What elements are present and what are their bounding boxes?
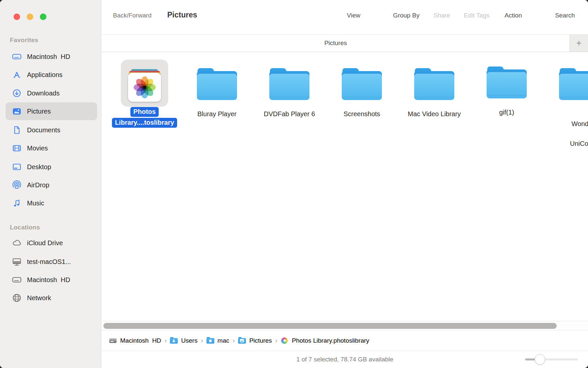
sidebar-item-label: Downloads bbox=[27, 90, 60, 97]
file-label-selected: Photos Library....toslibrary bbox=[112, 107, 177, 128]
folder-icon bbox=[342, 68, 382, 100]
sidebar-item-macintosh-hd[interactable]: Macintosh HD bbox=[6, 48, 97, 66]
breadcrumb-users[interactable]: Users bbox=[170, 337, 198, 345]
sidebar-item-label: Macintosh HD bbox=[27, 276, 70, 284]
sidebar-section-favorites: Favorites bbox=[10, 37, 38, 44]
sidebar-item-documents[interactable]: Documents bbox=[6, 121, 97, 139]
back-forward-button[interactable]: Back/Forward bbox=[113, 12, 151, 19]
new-tab-button[interactable]: + bbox=[570, 35, 588, 52]
sidebar-item-label: iCloud Drive bbox=[27, 239, 63, 247]
sidebar-item-applications[interactable]: Applications bbox=[6, 66, 97, 84]
edit-tags-button: Edit Tags bbox=[464, 12, 490, 19]
icon-size-slider[interactable] bbox=[525, 358, 578, 360]
pictures-icon bbox=[11, 106, 22, 117]
sidebar: Favorites Macintosh HD Applications Down… bbox=[0, 0, 101, 368]
sidebar-item-label: Movies bbox=[27, 145, 48, 152]
hard-drive-icon bbox=[11, 275, 22, 285]
sidebar-item-label: Documents bbox=[27, 126, 60, 134]
sidebar-item-desktop[interactable]: Desktop bbox=[6, 158, 97, 176]
breadcrumb-mac[interactable]: mac bbox=[206, 337, 229, 345]
breadcrumb-separator: › bbox=[232, 337, 235, 344]
selection-status-text: 1 of 7 selected, 78.74 GB available bbox=[102, 351, 588, 368]
folder-label: Wondersh UniConvert bbox=[555, 109, 588, 158]
search-button[interactable]: Search bbox=[555, 12, 575, 19]
hard-drive-icon bbox=[11, 51, 22, 62]
folder-label: Screenshots bbox=[343, 109, 380, 119]
sidebar-item-label: Desktop bbox=[27, 163, 51, 171]
icon-view: Photos Library....toslibrary Bluray Play… bbox=[102, 52, 588, 321]
folder-screenshots[interactable]: Screenshots bbox=[326, 60, 398, 119]
breadcrumb-separator: › bbox=[165, 337, 167, 344]
scrollbar-thumb[interactable] bbox=[103, 323, 557, 329]
folder-users-icon bbox=[170, 337, 178, 345]
document-icon bbox=[11, 125, 22, 135]
folder-label: gif(1) bbox=[499, 107, 514, 117]
folder-icon bbox=[197, 68, 237, 100]
photos-app-icon bbox=[128, 73, 161, 102]
sidebar-item-label: AirDrop bbox=[27, 181, 49, 189]
folder-mac-video-library[interactable]: Mac Video Library bbox=[398, 60, 470, 119]
share-button: Share bbox=[434, 12, 450, 19]
sidebar-item-icloud-drive[interactable]: iCloud Drive bbox=[6, 234, 97, 252]
toolbar: Back/Forward Pictures View Group By Shar… bbox=[102, 0, 588, 34]
sidebar-section-locations: Locations bbox=[10, 224, 40, 231]
finder-window: Favorites Macintosh HD Applications Down… bbox=[0, 0, 588, 368]
folder-label: Bluray Player bbox=[198, 109, 237, 119]
horizontal-scrollbar[interactable] bbox=[102, 321, 588, 330]
sidebar-item-airdrop[interactable]: AirDrop bbox=[6, 176, 97, 194]
sidebar-item-label: Applications bbox=[27, 71, 63, 79]
file-label-line2: Library....toslibrary bbox=[112, 118, 177, 128]
zoom-window-button[interactable] bbox=[40, 13, 46, 20]
film-icon bbox=[11, 143, 22, 153]
tab-pictures[interactable]: Pictures bbox=[102, 35, 570, 52]
tab-bar: Pictures + bbox=[102, 34, 588, 52]
desktop-icon bbox=[11, 162, 22, 172]
folder-gif-1[interactable]: gif(1) bbox=[470, 58, 543, 117]
breadcrumb-macintosh-hd[interactable]: Macintosh HD bbox=[109, 337, 161, 345]
folder-wondershare-uniconverter[interactable]: Wondersh UniConvert bbox=[543, 60, 588, 158]
cloud-icon bbox=[11, 238, 22, 248]
app-store-icon bbox=[11, 69, 22, 80]
folder-icon bbox=[487, 66, 527, 98]
folder-label: Mac Video Library bbox=[408, 109, 461, 119]
file-label-line1: Photos bbox=[130, 107, 159, 117]
sidebar-item-network[interactable]: Network bbox=[6, 289, 97, 307]
view-button[interactable]: View bbox=[347, 12, 361, 19]
breadcrumb-separator: › bbox=[201, 337, 203, 344]
window-title: Pictures bbox=[167, 11, 197, 19]
group-by-button[interactable]: Group By bbox=[393, 12, 419, 19]
folder-pictures-icon bbox=[238, 337, 246, 345]
display-icon bbox=[11, 256, 22, 267]
sidebar-item-music[interactable]: Music bbox=[6, 194, 97, 212]
sidebar-item-label: Music bbox=[27, 199, 44, 207]
folder-bluray-player[interactable]: Bluray Player bbox=[181, 60, 253, 119]
folder-dvdfab-player-6[interactable]: DVDFab Player 6 bbox=[253, 60, 326, 119]
hard-drive-icon bbox=[109, 337, 117, 345]
sidebar-item-label: Macintosh HD bbox=[27, 53, 70, 61]
minimize-window-button[interactable] bbox=[27, 13, 33, 20]
sidebar-item-movies[interactable]: Movies bbox=[6, 139, 97, 157]
folder-icon bbox=[414, 68, 454, 100]
action-button[interactable]: Action bbox=[505, 12, 522, 19]
sidebar-item-downloads[interactable]: Downloads bbox=[6, 84, 97, 102]
path-bar: Macintosh HD › Users › mac › Pictures › … bbox=[102, 330, 588, 351]
folder-icon bbox=[559, 68, 588, 100]
sidebar-item-test-macos[interactable]: test-macOS1... bbox=[6, 253, 97, 271]
download-circle-icon bbox=[11, 88, 22, 98]
airdrop-icon bbox=[11, 180, 22, 190]
sidebar-item-label: Network bbox=[27, 294, 51, 302]
slider-thumb[interactable] bbox=[535, 354, 545, 365]
folder-label: DVDFab Player 6 bbox=[264, 109, 315, 119]
selected-icon-highlight bbox=[121, 60, 168, 107]
file-photos-library[interactable]: Photos Library....toslibrary bbox=[108, 60, 181, 128]
sidebar-item-macintosh-hd-location[interactable]: Macintosh HD bbox=[6, 271, 97, 289]
status-bar: 1 of 7 selected, 78.74 GB available bbox=[102, 351, 588, 368]
breadcrumb-photos-library[interactable]: Photos Library.photoslibrary bbox=[281, 337, 369, 345]
photos-app-icon bbox=[281, 337, 288, 345]
folder-icon bbox=[269, 68, 309, 100]
sidebar-item-pictures[interactable]: Pictures bbox=[6, 102, 97, 120]
sidebar-item-label: Pictures bbox=[27, 108, 51, 115]
close-window-button[interactable] bbox=[13, 13, 20, 20]
breadcrumb-pictures[interactable]: Pictures bbox=[238, 337, 272, 345]
music-note-icon bbox=[11, 198, 22, 208]
